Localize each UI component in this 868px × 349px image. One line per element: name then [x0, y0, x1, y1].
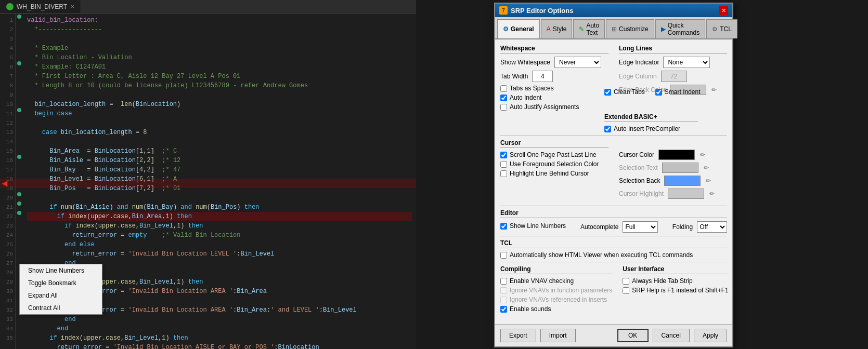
auto-justify-checkbox[interactable] — [500, 104, 507, 111]
editor-section: Editor Show Line Numbers Autocomplete Fu… — [500, 209, 727, 233]
tab-general-icon: ⚙ — [503, 25, 509, 33]
always-hide-tab-checkbox[interactable] — [623, 278, 629, 285]
ignore-vnav-inserts-label: Ignore VNAVs referenced in inserts — [510, 296, 607, 303]
auto-indent-row: Auto Indent — [500, 94, 608, 101]
enable-sounds-checkbox[interactable] — [500, 306, 507, 313]
gutter-dot — [17, 15, 21, 19]
selection-back-swatch — [664, 176, 701, 186]
divider-1 — [500, 136, 727, 136]
code-line: Bin_Bay = BinLocation[4,2] ;* 47 — [27, 165, 412, 174]
code-line: if index(upper.case,Bin_Level,1) then — [27, 333, 412, 343]
code-line: return_error = 'Invalid Bin Location AIS… — [27, 343, 412, 349]
folding-select[interactable]: Off On — [697, 221, 727, 233]
code-line: * Example — [27, 44, 412, 53]
editor-tab[interactable]: WH_BIN_DIVERT ✕ — [0, 0, 81, 13]
smart-indent-row: Smart Indent — [655, 88, 701, 96]
enable-vnav-row: Enable VNAV checking — [500, 277, 612, 285]
gutter-dot — [17, 108, 21, 112]
dialog-close-button[interactable]: ✕ — [719, 6, 728, 15]
show-line-numbers-checkbox[interactable] — [500, 223, 507, 230]
apply-button[interactable]: Apply — [694, 329, 727, 342]
code-line: *----------------- — [27, 25, 412, 34]
highlight-line-checkbox[interactable] — [500, 170, 507, 177]
autocomplete-select[interactable]: Full Basic None — [623, 221, 657, 233]
dialog-title: SRP Editor Options — [511, 7, 573, 15]
tab-label: WH_BIN_DIVERT — [17, 3, 67, 10]
enable-sounds-row: Enable sounds — [500, 305, 612, 313]
auto-insert-precompiler-checkbox[interactable] — [604, 126, 611, 132]
highlight-line-row: Highlight Line Behind Cursor — [500, 170, 608, 177]
divider-2 — [500, 206, 727, 206]
selection-back-picker[interactable]: ✏ — [705, 177, 712, 184]
tab-autotext[interactable]: ✎ Auto Text — [573, 19, 605, 38]
long-lines-section: Long Lines Edge Indicator None Line Back… — [619, 45, 727, 113]
always-hide-tab-label: Always Hide Tab Strip — [632, 277, 693, 285]
srp-help-row: SRP Help is F1 instead of Shift+F1 — [623, 287, 729, 294]
top-sections-row: Whitespace Show Whitespace Never Always … — [500, 45, 727, 113]
tab-close-button[interactable]: ✕ — [70, 4, 74, 9]
ignore-vnav-inserts-checkbox — [500, 297, 507, 303]
editor-fields-row: Show Line Numbers Autocomplete Full Basi… — [500, 221, 727, 233]
selection-back-label: Selection Back — [619, 177, 660, 184]
auto-indent-checkbox[interactable] — [500, 95, 507, 101]
ok-button[interactable]: OK — [617, 329, 649, 342]
user-interface-section: User Interface Always Hide Tab Strip SRP… — [623, 265, 729, 315]
code-line: bin_location_length = len(BinLocation) — [27, 100, 412, 109]
dialog-app-icon: 7 — [499, 6, 508, 15]
code-line: * Example: C1247A01 — [27, 62, 412, 72]
context-menu-toggle-bookmark[interactable]: Toggle Bookmark — [20, 277, 102, 289]
divider-3 — [500, 236, 727, 236]
clean-tabs-checkbox[interactable] — [604, 89, 611, 96]
scroll-one-page-checkbox[interactable] — [500, 152, 507, 158]
code-line — [27, 34, 412, 44]
tab-width-input[interactable] — [532, 71, 553, 82]
code-line: valid_bin_location: — [27, 16, 412, 25]
code-line: Bin_Area = BinLocation[1,1] ;* C — [27, 146, 412, 156]
gutter-dot-active — [17, 192, 21, 196]
code-line: return_error = empty ;* Valid Bin Locati… — [27, 231, 412, 240]
selection-back-row: Selection Back ✏ — [619, 176, 727, 186]
smart-indent-checkbox[interactable] — [655, 89, 662, 96]
code-line: if num(Bin_Aisle) and num(Bin_Bay) and n… — [27, 203, 412, 212]
code-line — [27, 90, 412, 100]
code-line: end else — [27, 240, 412, 249]
tab-customize[interactable]: ⊞ Customize — [606, 19, 654, 38]
tcl-section-title: TCL — [500, 239, 727, 248]
cursor-highlight-swatch — [668, 189, 704, 199]
auto-show-html-checkbox[interactable] — [500, 252, 507, 259]
context-menu-show-line-numbers[interactable]: Show Line Numbers — [20, 264, 102, 277]
use-foreground-checkbox[interactable] — [500, 161, 507, 168]
tab-style[interactable]: A Style — [541, 19, 573, 38]
cursor-highlight-label: Cursor Highlight — [619, 190, 664, 197]
dialog-title-left: 7 SRP Editor Options — [499, 6, 573, 15]
context-menu: Show Line Numbers Toggle Bookmark Expand… — [19, 264, 102, 315]
code-line — [27, 193, 412, 203]
dialog-content: Whitespace Show Whitespace Never Always … — [495, 39, 732, 324]
cancel-button[interactable]: Cancel — [653, 329, 690, 342]
srp-help-checkbox[interactable] — [623, 287, 629, 294]
tabs-as-spaces-checkbox[interactable] — [500, 85, 507, 92]
tab-quick-commands[interactable]: ▶ Quick Commands — [655, 19, 705, 38]
red-arrow-icon: ◄ — [0, 179, 9, 188]
srp-editor-options-dialog: 7 SRP Editor Options ✕ ⚙ General A Style… — [494, 3, 733, 347]
tabs-as-spaces-label: Tabs as Spaces — [510, 85, 554, 92]
selection-text-swatch — [662, 163, 698, 173]
auto-justify-label: Auto Justify Assignments — [510, 103, 579, 111]
edge-indicator-select[interactable]: None Line Background — [663, 57, 710, 68]
tab-general[interactable]: ⚙ General — [497, 19, 540, 38]
context-menu-contract-all[interactable]: Contract All — [20, 302, 102, 314]
edge-indicator-label: Edge Indicator — [619, 59, 659, 66]
show-whitespace-label: Show Whitespace — [500, 59, 550, 66]
srp-help-label: SRP Help is F1 instead of Shift+F1 — [632, 287, 729, 294]
import-button[interactable]: Import — [540, 329, 576, 342]
tab-tcl[interactable]: ⚙ TCL — [706, 19, 737, 38]
context-menu-expand-all[interactable]: Expand All — [20, 289, 102, 302]
code-line: * Length 8 or 10 (could be license plate… — [27, 81, 412, 90]
smart-indent-label: Smart Indent — [665, 88, 701, 96]
export-button[interactable]: Export — [500, 329, 536, 342]
show-whitespace-select[interactable]: Never Always Selection — [554, 57, 601, 68]
enable-vnav-checkbox[interactable] — [500, 278, 507, 285]
tab-width-row: Tab Width — [500, 71, 608, 82]
cursor-color-picker[interactable]: ✏ — [699, 151, 706, 158]
edge-indicator-row: Edge Indicator None Line Background — [619, 57, 727, 68]
